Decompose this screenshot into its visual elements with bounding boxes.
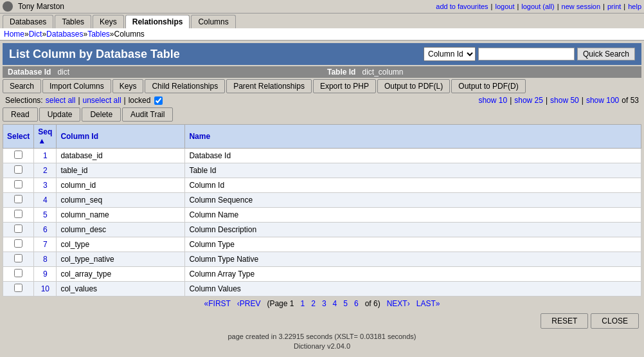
row-select-cell[interactable] [3,237,34,252]
new-session-link[interactable]: new session [562,3,601,10]
show-100-link[interactable]: show 100 [586,96,619,105]
breadcrumb-databases[interactable]: Databases [46,30,83,39]
row-select-cell[interactable] [3,223,34,237]
row-checkbox[interactable] [14,165,22,174]
update-button[interactable]: Update [39,107,81,122]
row-select-cell[interactable] [3,193,34,208]
row-checkbox[interactable] [14,195,22,203]
show-10-link[interactable]: show 10 [478,96,507,105]
row-select-cell[interactable] [3,282,34,297]
print-link[interactable]: print [607,3,621,10]
row-checkbox[interactable] [14,151,22,159]
row-select-cell[interactable] [3,178,34,193]
row-checkbox[interactable] [14,224,22,233]
row-column-id: col_array_type [57,267,185,282]
row-name: Column Description [185,223,641,237]
page-title: List Column by Database Table [9,48,180,61]
output-pdf-d-button[interactable]: Output to PDF(D) [451,79,525,93]
tab-databases[interactable]: Databases [3,15,53,28]
show-50-link[interactable]: show 50 [550,96,579,105]
tab-columns[interactable]: Columns [191,15,235,28]
logout-link[interactable]: logout [495,3,514,10]
row-column-id: column_seq [57,193,185,208]
row-select-cell[interactable] [3,208,34,223]
action-buttons: Search Import Columns Keys Child Relatio… [3,79,641,93]
col-header-column-id[interactable]: Column Id [57,125,185,149]
breadcrumb-tables[interactable]: Tables [87,30,110,39]
table-row: 4 column_seq Column Sequence [3,193,641,208]
row-name: Table Id [185,163,641,178]
row-seq: 2 [34,163,57,178]
row-column-id: col_type_native [57,252,185,267]
locked-checkbox[interactable] [154,96,163,105]
tab-keys[interactable]: Keys [93,15,124,28]
row-column-id: database_id [57,149,185,163]
selections-bar: Selections: select all | unselect all | … [3,95,641,106]
audit-trail-button[interactable]: Audit Trail [122,107,173,122]
row-name: Column Name [185,208,641,223]
reset-button[interactable]: RESET [541,313,588,329]
row-select-cell[interactable] [3,149,34,163]
table-row: 3 column_id Column Id [3,178,641,193]
pagination-page-5[interactable]: 5 [343,299,348,308]
add-to-favourites-link[interactable]: add to favourites [436,3,488,10]
main-content: List Column by Database Table Column Id … [0,41,644,353]
row-select-cell[interactable] [3,267,34,282]
keys-button[interactable]: Keys [112,79,144,93]
parent-relationships-button[interactable]: Parent Relationships [226,79,312,93]
row-checkbox[interactable] [14,254,22,262]
import-columns-button[interactable]: Import Columns [42,79,111,93]
export-to-php-button[interactable]: Export to PHP [313,79,376,93]
col-header-select: Select [3,125,34,149]
col-header-name[interactable]: Name [185,125,641,149]
row-select-cell[interactable] [3,163,34,178]
db-id-label: Database Id [8,68,51,77]
top-bar-right: add to favourites | logout | logout (all… [436,3,641,10]
breadcrumb: Home»Dict»Databases»Tables»Columns [0,28,644,41]
row-checkbox[interactable] [14,180,22,188]
output-pdf-l-button[interactable]: Output to PDF(L) [377,79,450,93]
row-checkbox[interactable] [14,269,22,277]
pagination-page-3[interactable]: 3 [322,299,326,308]
unselect-all-link[interactable]: unselect all [83,96,121,105]
pagination-page-2[interactable]: 2 [311,299,316,308]
row-column-id: column_id [57,178,185,193]
close-button[interactable]: CLOSE [591,313,639,329]
table-header-row: Select Seq ▲ Column Id Name [3,125,641,149]
row-name: Column Values [185,282,641,297]
select-all-link[interactable]: select all [46,96,76,105]
pagination-next[interactable]: NEXT› [387,299,410,308]
db-id-value: dict [57,68,69,77]
pagination-page-4[interactable]: 4 [333,299,337,308]
row-column-id: table_id [57,163,185,178]
tab-relationships[interactable]: Relationships [125,15,190,28]
child-relationships-button[interactable]: Child Relationships [145,79,225,93]
tab-tables[interactable]: Tables [55,15,91,28]
read-button[interactable]: Read [3,107,38,122]
pagination-page-1[interactable]: 1 [300,299,305,308]
row-seq: 9 [34,267,57,282]
row-column-id: col_type [57,237,185,252]
pagination-page-6[interactable]: 6 [354,299,359,308]
locked-label: locked [129,96,151,105]
table-row: 10 col_values Column Values [3,282,641,297]
show-25-link[interactable]: show 25 [514,96,543,105]
row-select-cell[interactable] [3,252,34,267]
row-checkbox[interactable] [14,284,22,292]
row-name: Column Type Native [185,252,641,267]
breadcrumb-home[interactable]: Home [4,30,24,39]
row-checkbox[interactable] [14,239,22,248]
col-header-seq[interactable]: Seq ▲ [34,125,57,149]
search-input[interactable] [478,48,575,60]
search-select[interactable]: Column Id [424,47,476,61]
search-button[interactable]: Search [3,79,41,93]
help-link[interactable]: help [628,3,641,10]
delete-button[interactable]: Delete [82,107,121,122]
pagination-last[interactable]: LAST» [416,299,440,308]
breadcrumb-dict[interactable]: Dict [29,30,42,39]
logout-all-link[interactable]: logout (all) [521,3,554,10]
pagination-first[interactable]: «FIRST [204,299,231,308]
row-checkbox[interactable] [14,210,22,218]
pagination-prev[interactable]: ‹PREV [237,299,261,308]
quick-search-button[interactable]: Quick Search [577,48,635,60]
